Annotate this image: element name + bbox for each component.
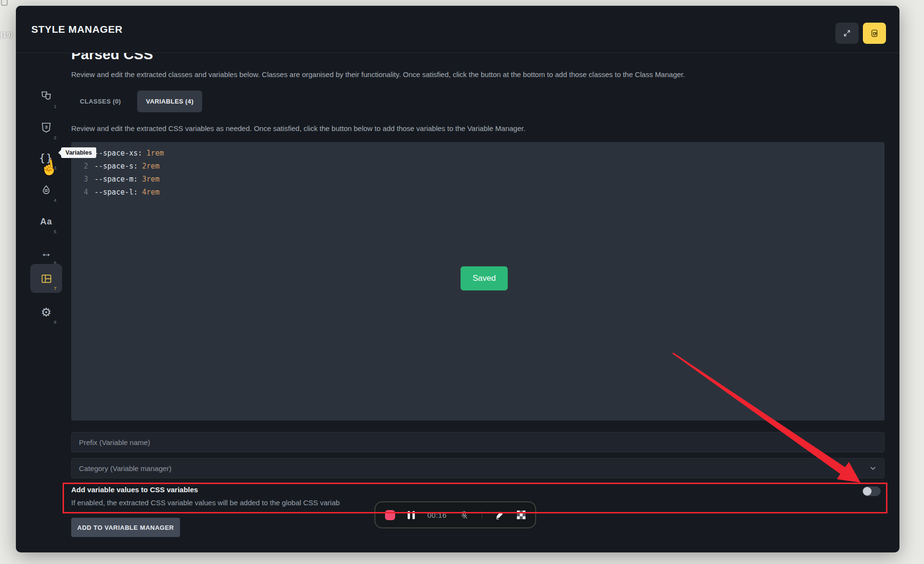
stop-recording-button[interactable] <box>385 510 395 520</box>
modal-title: STYLE MANAGER <box>31 24 123 35</box>
css3-shield-icon: 3 <box>40 121 52 134</box>
desktop-artifact <box>1 0 8 6</box>
modal-body: Parsed CSS Review and edit the extracted… <box>16 53 899 552</box>
sidebar-item-spacing[interactable]: ↔ 6 <box>30 238 62 267</box>
support-icon <box>870 28 879 38</box>
toolbar-divider <box>482 511 482 519</box>
style-manager-modal: Parsed CSS Review and edit the extracted… <box>16 6 899 552</box>
tab-variables[interactable]: VARIABLES (4) <box>137 91 202 112</box>
code-line: 3 --space-m: 3rem <box>71 173 885 186</box>
variables-intro-text: Review and edit the extracted CSS variab… <box>71 124 851 132</box>
intro-text: Review and edit the extracted classes an… <box>71 70 851 79</box>
page-title: Parsed CSS <box>71 53 153 63</box>
sidebar-item-css3[interactable]: 3 2 <box>30 113 62 142</box>
typography-icon: Aa <box>40 217 52 227</box>
modal-header: STYLE MANAGER <box>16 6 899 53</box>
code-line: 1 --space-xs: 1rem <box>71 147 885 160</box>
support-button[interactable] <box>863 23 886 44</box>
toggle-knob <box>863 487 872 496</box>
sidebar-item-typography[interactable]: Aa 5 <box>30 207 62 236</box>
tab-bar: CLASSES (0) VARIABLES (4) <box>71 91 202 112</box>
badge-stack-icon <box>40 90 52 103</box>
gear-icon: ⚙ <box>41 306 51 318</box>
category-placeholder: Category (Variable manager) <box>79 464 171 472</box>
screen-recorder-toolbar: 00:16 <box>374 501 536 528</box>
prefix-placeholder: Prefix (Variable name) <box>79 438 150 446</box>
toggle-title: Add variable values to CSS variables <box>71 485 885 494</box>
desktop-count-badge: (19) <box>0 31 13 39</box>
sidebar-item-layout[interactable]: 7 <box>30 264 62 293</box>
sidebar-item-classes[interactable]: 1 <box>30 82 62 111</box>
category-select[interactable]: Category (Variable manager) <box>71 458 885 478</box>
add-to-variable-manager-button[interactable]: ADD TO VARIABLE MANAGER <box>71 518 180 537</box>
expand-button[interactable] <box>835 23 859 44</box>
expand-icon <box>842 28 852 38</box>
droplet-icon <box>40 184 52 197</box>
css-variables-toggle[interactable] <box>862 486 881 496</box>
code-line: 2 --space-s: 2rem <box>71 160 885 173</box>
sidebar-item-settings[interactable]: ⚙ 8 <box>30 298 62 327</box>
pause-recording-button[interactable] <box>408 511 415 519</box>
layout-columns-icon <box>40 272 53 285</box>
recording-timer: 00:16 <box>427 511 447 519</box>
svg-text:3: 3 <box>45 124 48 130</box>
draw-pen-icon[interactable] <box>495 510 504 520</box>
tab-classes[interactable]: CLASSES (0) <box>71 91 129 112</box>
prefix-input[interactable]: Prefix (Variable name) <box>71 432 885 452</box>
resize-horizontal-icon: ↔ <box>40 246 52 260</box>
mic-muted-icon[interactable] <box>459 510 469 520</box>
apps-grid-icon[interactable] <box>517 511 526 519</box>
saved-toast: Saved <box>461 266 508 290</box>
hand-cursor-icon: ☝ <box>39 158 59 177</box>
sidebar-item-colors[interactable]: 4 <box>30 176 62 205</box>
variables-tooltip: Variables <box>61 147 96 158</box>
chevron-down-icon <box>869 464 877 472</box>
code-line: 4 --space-l: 4rem <box>71 186 885 199</box>
